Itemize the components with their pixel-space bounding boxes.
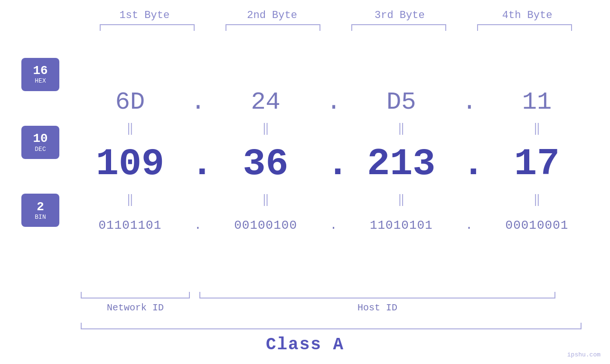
id-labels: Network ID Host ID [19,302,591,313]
byte-label-1: 1st Byte [92,9,197,21]
bin-byte-4: 00010001 [489,218,584,233]
bin-byte-2: 00100100 [218,218,313,233]
bin-sep-3: . [462,218,476,233]
hex-sep-2: . [326,88,340,116]
bin-badge-label: BIN [35,214,46,221]
byte-label-4: 4th Byte [475,9,580,21]
dec-byte-4: 17 [489,142,584,186]
hex-byte-1: 6D [83,88,178,116]
hex-sep-3: . [462,88,476,116]
hex-sep-1: . [191,88,205,116]
dec-badge: 10 DEC [21,126,59,159]
bin-sep-1: . [191,218,205,233]
class-label: Class A [19,335,591,355]
bin-byte-3: 11010101 [354,218,449,233]
host-id-bracket [199,292,555,299]
eq-2-4: ‖ [489,193,584,206]
dec-sep-2: . [326,142,340,186]
hex-row: 6D . 24 . D5 . 11 [76,85,591,119]
dec-byte-1: 109 [83,142,178,186]
badge-column: 16 HEX 10 DEC 2 BIN [19,40,62,244]
hex-byte-2: 24 [218,88,313,116]
eq-1-2: ‖ [218,121,313,135]
equals-row-1: ‖ ‖ ‖ ‖ [76,119,591,138]
network-id-label: Network ID [81,302,190,313]
dec-badge-label: DEC [35,146,46,153]
hex-badge: 16 HEX [21,58,59,91]
byte-label-2: 2nd Byte [220,9,324,21]
host-id-label: Host ID [199,302,555,313]
eq-2-2: ‖ [218,193,313,206]
top-bracket-4 [477,24,572,31]
network-id-bracket [81,292,190,299]
eq-2-3: ‖ [354,193,449,206]
main-container: 1st Byte 2nd Byte 3rd Byte 4th Byte 16 H… [0,0,610,364]
bottom-section: Network ID Host ID Class A [19,292,591,355]
top-bracket-3 [351,24,446,31]
bin-badge-number: 2 [37,200,44,214]
dec-byte-2: 36 [218,142,313,186]
eq-1-3: ‖ [354,121,449,135]
watermark: ipshu.com [567,351,601,358]
id-brackets [19,292,591,299]
dec-row: 109 . 36 . 213 . 17 [76,138,591,190]
byte-label-3: 3rd Byte [347,9,452,21]
dec-byte-3: 213 [354,142,449,186]
hex-badge-label: HEX [35,77,46,84]
top-bracket-2 [225,24,320,31]
hex-byte-3: D5 [354,88,449,116]
dec-badge-number: 10 [33,132,47,146]
bin-byte-1: 01101101 [83,218,178,233]
bin-sep-2: . [326,218,340,233]
eq-1-1: ‖ [83,121,178,135]
bin-badge: 2 BIN [21,194,59,227]
class-bracket [81,323,582,329]
data-grid: 6D . 24 . D5 . 11 ‖ ‖ [76,40,591,287]
hex-byte-4: 11 [489,88,584,116]
dec-sep-3: . [462,142,476,186]
hex-badge-number: 16 [33,64,47,78]
eq-1-4: ‖ [489,121,584,135]
eq-2-1: ‖ [83,193,178,206]
top-brackets [100,24,572,31]
equals-row-2: ‖ ‖ ‖ ‖ [76,190,591,209]
dec-sep-1: . [191,142,205,186]
top-bracket-1 [100,24,195,31]
bin-row: 01101101 . 00100100 . 11010101 . 0001000… [76,209,591,242]
